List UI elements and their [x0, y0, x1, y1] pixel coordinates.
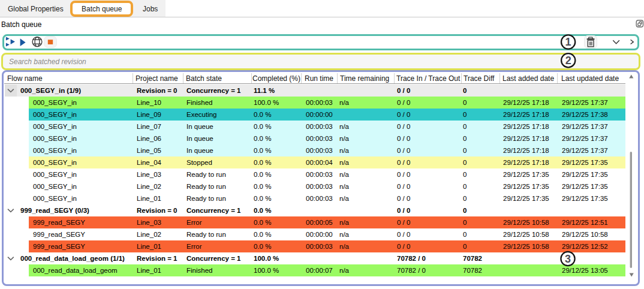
svg-text:3: 3	[565, 253, 571, 265]
svg-text:1: 1	[565, 36, 571, 48]
svg-text:2: 2	[565, 55, 571, 67]
